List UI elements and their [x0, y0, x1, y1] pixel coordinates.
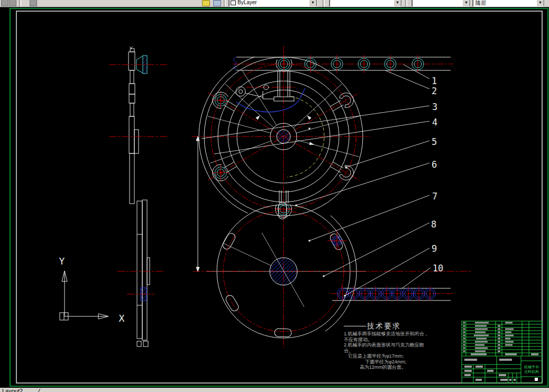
- tech-req-line: 2.机械手的内表面形状与巧克力糖应吻: [344, 342, 463, 348]
- toolbar-separator-2: [224, 0, 226, 7]
- toolbar: ByLayer ▼ ▼ ▼ 随层 ▼: [0, 0, 549, 7]
- color-combobox[interactable]: ▼: [329, 0, 402, 7]
- layer-color-swatch: [231, 1, 236, 5]
- chevron-down-icon[interactable]: ▼: [394, 0, 401, 7]
- technical-requirements: 技术要求 1.机械手两手指能够灵活地张开和闭合， 不应有摆动。 2.机械手的内表…: [344, 322, 463, 370]
- tech-req-line: 它应是上圆半径为φ17mm;: [348, 353, 463, 359]
- driver-pin: [327, 231, 346, 250]
- layer-combobox-value: ByLayer: [237, 0, 257, 5]
- linetype-combobox[interactable]: ▼: [411, 0, 471, 7]
- outfeed-chain: [331, 286, 454, 301]
- callout-numbers: 1 2 3 4 5 6 7 8 9 10: [431, 76, 443, 274]
- 3d-orbit-icon[interactable]: [213, 0, 221, 6]
- make-block-icon[interactable]: [202, 0, 210, 6]
- callout-label-3: 3: [432, 102, 437, 112]
- tech-req-line: 合。: [344, 348, 463, 354]
- title-block-marker: [535, 378, 538, 381]
- callout-leaders: [202, 65, 431, 297]
- callout-label-5: 5: [432, 136, 437, 147]
- drawing-canvas[interactable]: 1 2 3 4 5 6 7 8 9 10 Y X: [0, 7, 549, 388]
- layout-tab-bar: Layout2 /: [0, 388, 549, 392]
- toolbar-separator-1: [19, 0, 21, 7]
- chevron-down-icon[interactable]: ▼: [309, 0, 317, 7]
- tech-req-underline: [344, 326, 366, 326]
- cad-application-window: ByLayer ▼ ▼ ▼ 随层 ▼: [0, 0, 549, 392]
- tech-req-line: 不应有摆动。: [344, 337, 463, 343]
- ucs-icon: Y X: [59, 256, 125, 324]
- chevron-down-icon[interactable]: ▼: [462, 0, 470, 7]
- geneva-wheel-view: [193, 202, 472, 338]
- toolbar-icon-left-3[interactable]: [30, 0, 37, 6]
- layout-tab-divider: /: [38, 388, 40, 392]
- gripper-turret-view: [191, 46, 370, 348]
- title-block-product-name-line1: 机械手和: [524, 365, 539, 369]
- toolbar-icon-left-1[interactable]: [1, 0, 8, 6]
- callout-label-7: 7: [432, 191, 437, 202]
- title-block-product-name-line2: 送料机构: [524, 370, 539, 374]
- toolbar-separator-4: [405, 0, 407, 7]
- toolbar-separator-3: [323, 0, 325, 7]
- ucs-x-label: X: [119, 313, 125, 324]
- chevron-down-icon[interactable]: ▼: [536, 0, 544, 7]
- lineweight-combobox-value: 随层: [475, 0, 486, 7]
- tech-req-line: 1.机械手两手指能够灵活地张开和闭合，: [344, 331, 463, 337]
- side-view: [109, 47, 168, 347]
- toolbar-icon-left-2[interactable]: [9, 0, 16, 6]
- tech-req-line: 高为12mm的圆台面。: [360, 364, 463, 370]
- title-block: 机械手和 送料机构: [462, 321, 542, 383]
- callout-label-4: 4: [432, 117, 437, 127]
- infeed-conveyor: [233, 55, 453, 73]
- layout-tab[interactable]: Layout2: [2, 388, 23, 392]
- ucs-y-label: Y: [59, 256, 65, 267]
- center-distance-dimension: [196, 136, 199, 271]
- callout-label-8: 8: [431, 219, 436, 230]
- tech-req-title: 技术要求: [344, 322, 463, 331]
- callout-label-6: 6: [432, 159, 437, 170]
- callout-label-9: 9: [432, 243, 437, 254]
- layer-combobox[interactable]: ByLayer ▼: [228, 0, 317, 7]
- lineweight-combobox[interactable]: 随层 ▼: [472, 0, 545, 7]
- callout-label-2: 2: [432, 86, 437, 96]
- callout-label-1: 1: [432, 76, 437, 86]
- tech-req-line: 下圆半径为φ24mm;: [365, 359, 463, 365]
- callout-label-10: 10: [433, 263, 443, 274]
